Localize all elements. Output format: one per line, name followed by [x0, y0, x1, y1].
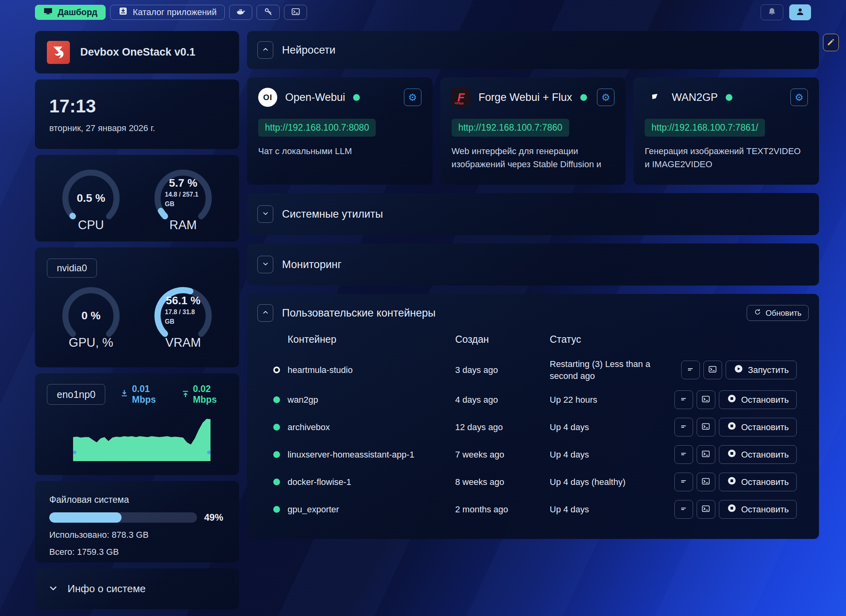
container-terminal-button[interactable] — [697, 500, 715, 519]
cpu-label: CPU — [58, 218, 124, 232]
container-action-button[interactable]: Остановить — [719, 445, 797, 464]
section-neural-header: Нейросети — [247, 31, 819, 69]
app-settings-button[interactable]: ⚙ — [404, 89, 421, 106]
logs-icon — [679, 504, 688, 514]
app-settings-button[interactable]: ⚙ — [790, 89, 808, 106]
app-card[interactable]: WAN2GP ⚙ http://192.168.100.7:7861/ Гене… — [634, 77, 819, 185]
container-action-button[interactable]: Остановить — [719, 500, 797, 519]
logs-icon — [679, 450, 688, 460]
app-status-dot — [353, 94, 360, 101]
gear-icon: ⚙ — [795, 92, 804, 103]
container-actions: Остановить — [670, 445, 797, 464]
topbar-left: Дашборд Каталог приложений — [35, 5, 307, 20]
edit-button[interactable] — [823, 34, 839, 51]
containers-table: Контейнер Создан Статус heartmula-studio… — [273, 334, 797, 523]
app-url-chip[interactable]: http://192.168.100.7:8080 — [258, 119, 376, 137]
dashboard-tab[interactable]: Дашборд — [35, 5, 106, 20]
container-row: heartmula-studio 3 days ago Restarting (… — [273, 354, 797, 386]
app-url-chip[interactable]: http://192.168.100.7:7860 — [452, 119, 569, 137]
container-logs-button[interactable] — [674, 390, 693, 409]
container-status: Up 4 days — [550, 504, 670, 516]
stop-circle-icon — [727, 421, 737, 433]
container-terminal-button[interactable] — [697, 390, 715, 409]
gear-icon: ⚙ — [408, 92, 417, 103]
user-icon — [796, 7, 805, 17]
app-catalog-tab-label: Каталог приложений — [133, 7, 216, 17]
monitoring-expand-button[interactable] — [257, 256, 273, 273]
container-action-button[interactable]: Остановить — [719, 473, 797, 491]
user-button[interactable] — [789, 4, 811, 20]
containers-collapse-button[interactable] — [257, 304, 273, 322]
app-card[interactable]: OI Open-Webui ⚙ http://192.168.100.7:808… — [247, 77, 433, 185]
gpu-usage-value: 0 % — [81, 309, 100, 322]
stop-circle-icon — [727, 503, 737, 516]
app-status-dot — [580, 94, 587, 101]
column-created: Создан — [455, 334, 550, 345]
container-action-button[interactable]: Остановить — [719, 390, 797, 409]
container-action-button[interactable]: Остановить — [719, 418, 797, 436]
container-terminal-button[interactable] — [697, 418, 715, 436]
pencil-icon — [827, 38, 835, 48]
docker-whale-icon — [236, 7, 245, 17]
container-row: archivebox 12 days ago Up 4 days Останов… — [273, 413, 797, 441]
container-action-button[interactable]: Запустить — [726, 361, 797, 379]
container-status: Restarting (3) Less than a second ago — [550, 358, 670, 382]
ram-unit: GB — [165, 200, 174, 209]
container-logs-button[interactable] — [674, 473, 693, 491]
refresh-button[interactable]: Обновить — [747, 305, 809, 321]
network-interface-chip: eno1np0 — [47, 384, 105, 405]
container-logs-button[interactable] — [674, 418, 693, 436]
brand-card: Devbox OneStack v0.1 — [35, 31, 239, 73]
container-logs-button[interactable] — [674, 500, 693, 519]
container-logs-button[interactable] — [674, 445, 693, 464]
stop-circle-icon — [727, 448, 737, 461]
neural-collapse-button[interactable] — [257, 41, 273, 59]
container-logs-button[interactable] — [681, 361, 700, 379]
app-description: Генерация изображений TEXT2VIDEO и IMAGE… — [645, 145, 808, 171]
app-settings-button[interactable]: ⚙ — [597, 89, 614, 106]
app-status-dot — [726, 94, 732, 101]
chevron-up-icon — [262, 46, 269, 54]
neural-apps-row: OI Open-Webui ⚙ http://192.168.100.7:808… — [247, 77, 819, 185]
vram-value: 56.1 % — [166, 294, 200, 307]
filesystem-title: Файловая система — [49, 494, 225, 505]
container-row: docker-flowise-1 8 weeks ago Up 4 days (… — [273, 468, 797, 496]
network-card: eno1np0 0.01 Mbps 0.02 Mbps — [35, 373, 239, 475]
container-terminal-button[interactable] — [703, 361, 722, 379]
container-created: 2 months ago — [455, 504, 550, 515]
container-created: 12 days ago — [455, 422, 550, 433]
app-name: Forge Webui + Flux — [479, 91, 572, 104]
container-status: Up 4 days — [550, 449, 670, 461]
system-info-toggle[interactable]: Инфо о системе — [35, 568, 239, 609]
dashboard-tab-label: Дашборд — [58, 7, 97, 17]
wan2gp-logo — [645, 88, 664, 107]
refresh-label: Обновить — [765, 309, 802, 318]
chevron-down-icon — [262, 210, 269, 218]
logs-icon — [679, 395, 688, 405]
section-utilities-title: Системные утилиты — [282, 208, 383, 220]
app-card[interactable]: F+Flux Forge Webui + Flux ⚙ http://192.1… — [440, 77, 626, 185]
notifications-button[interactable] — [761, 4, 783, 20]
clock-date: вторник, 27 января 2026 г. — [49, 123, 225, 133]
app-name: Open-Webui — [285, 91, 345, 104]
docker-button[interactable] — [229, 5, 252, 20]
container-terminal-button[interactable] — [697, 473, 715, 491]
gpu-device-chip: nvidia0 — [47, 259, 97, 278]
utilities-expand-button[interactable] — [257, 205, 273, 223]
upload-arrow-icon — [182, 389, 189, 400]
filesystem-used: Использовано: 878.3 GB — [49, 530, 225, 540]
filesystem-card: Файловая система 49% Использовано: 878.3… — [35, 481, 239, 562]
gpu-usage-label: GPU, % — [58, 336, 124, 350]
container-action-label: Остановить — [741, 450, 789, 460]
app-url-chip[interactable]: http://192.168.100.7:7861/ — [645, 119, 765, 137]
key-button[interactable] — [257, 5, 280, 20]
container-terminal-button[interactable] — [697, 445, 715, 464]
download-arrow-icon — [120, 389, 128, 400]
forge-logo: F+Flux — [452, 88, 471, 107]
terminal-button[interactable] — [284, 5, 307, 20]
containers-card: Пользовательские контейнеры Обновить Кон… — [247, 294, 819, 539]
container-actions: Остановить — [670, 390, 797, 409]
bell-icon — [767, 7, 776, 17]
app-catalog-tab[interactable]: Каталог приложений — [110, 5, 225, 20]
terminal-icon — [701, 450, 710, 460]
